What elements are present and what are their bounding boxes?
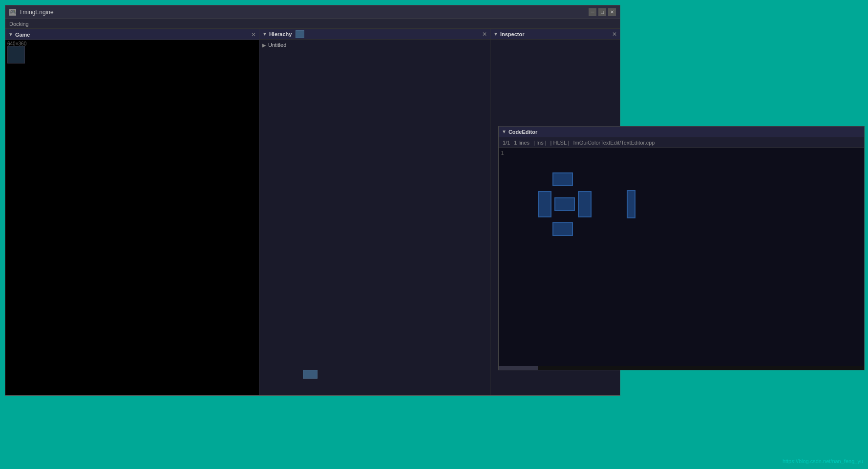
diagram-row-3	[538, 222, 635, 236]
window-controls: ─ □ ✕	[589, 8, 616, 16]
game-panel: ▼ Game ✕ 640×360	[5, 29, 259, 395]
hierarchy-panel-header: ▼ Hierachy ✕	[259, 29, 490, 40]
hierarchy-collapse-arrow[interactable]: ▼	[262, 31, 267, 37]
inspector-close-button[interactable]: ✕	[612, 31, 617, 38]
middle-column: ▼ Hierachy ✕ ▶ Untitled ▼ Project ✕	[259, 29, 490, 395]
game-collapse-arrow[interactable]: ▼	[8, 32, 13, 37]
url-bar: https://blog.csdn.net/nan_feng_yu	[783, 458, 863, 464]
code-line-info: 1/1	[503, 140, 510, 146]
code-editor-info-bar: 1/1 1 lines | Ins | | HLSL | ImGuiColorT…	[499, 137, 864, 148]
code-hlsl-label: | HLSL |	[550, 140, 570, 146]
hierarchy-content: ▶ Untitled	[259, 40, 490, 395]
tree-item-label: Untitled	[268, 42, 286, 48]
diagram-block-2b	[554, 197, 575, 211]
url-text: https://blog.csdn.net/nan_feng_yu	[783, 458, 863, 464]
diagram-block-1	[552, 172, 573, 186]
diagram-row-2	[538, 190, 635, 218]
code-editor-body[interactable]: 1	[499, 148, 864, 366]
game-panel-title: Game	[15, 32, 30, 38]
game-close-button[interactable]: ✕	[251, 31, 256, 38]
code-editor-collapse-arrow[interactable]: ▼	[502, 129, 507, 134]
game-mini-view	[7, 46, 25, 64]
code-file-path: ImGuiColorTextEdit/TextEditor.cpp	[573, 140, 655, 146]
diagram-block-2d	[627, 190, 635, 218]
minimize-button[interactable]: ─	[589, 8, 596, 16]
diagram-block-2a	[538, 191, 551, 217]
docking-bar: Docking	[5, 19, 620, 29]
code-lines-info: 1 lines	[514, 140, 529, 146]
code-editor-scrollbar[interactable]	[499, 366, 864, 370]
game-panel-header: ▼ Game ✕	[5, 29, 259, 40]
code-editor-title: CodeEditor	[508, 129, 537, 135]
close-button[interactable]: ✕	[608, 8, 616, 16]
diagram-row-1	[538, 172, 635, 186]
hierarchy-panel-title: Hierachy	[269, 31, 292, 37]
code-editor-window: ▼ CodeEditor 1/1 1 lines | Ins | | HLSL …	[498, 126, 865, 370]
tree-item-untitled[interactable]: ▶ Untitled	[261, 42, 488, 48]
scrollbar-thumb	[499, 366, 538, 370]
hierarchy-tab[interactable]	[296, 30, 304, 38]
code-editor-header: ▼ CodeEditor	[499, 127, 864, 137]
tree-arrow: ▶	[262, 43, 266, 48]
diagram-block-3	[552, 222, 573, 236]
code-line-number: 1	[501, 150, 504, 156]
docking-label: Docking	[9, 21, 29, 27]
diagram-block-2c	[578, 191, 592, 217]
window-title: TmingEngine	[19, 9, 586, 16]
hierarchy-close-button[interactable]: ✕	[482, 31, 487, 38]
code-diagram	[538, 172, 635, 236]
game-viewport: 640×360	[5, 40, 259, 395]
maximize-button[interactable]: □	[598, 8, 606, 16]
title-bar: 🎮 TmingEngine ─ □ ✕	[5, 5, 620, 19]
bottom-center-tab[interactable]	[303, 370, 318, 379]
app-icon: 🎮	[9, 9, 16, 16]
inspector-panel-header: ▼ Inspector ✕	[490, 29, 620, 40]
inspector-collapse-arrow[interactable]: ▼	[493, 31, 498, 37]
hierarchy-panel: ▼ Hierachy ✕ ▶ Untitled	[259, 29, 490, 395]
code-ins-label: | Ins |	[533, 140, 547, 146]
inspector-panel-title: Inspector	[500, 31, 525, 37]
left-column: ▼ Scene ✕ Scene 640×360	[5, 29, 259, 395]
